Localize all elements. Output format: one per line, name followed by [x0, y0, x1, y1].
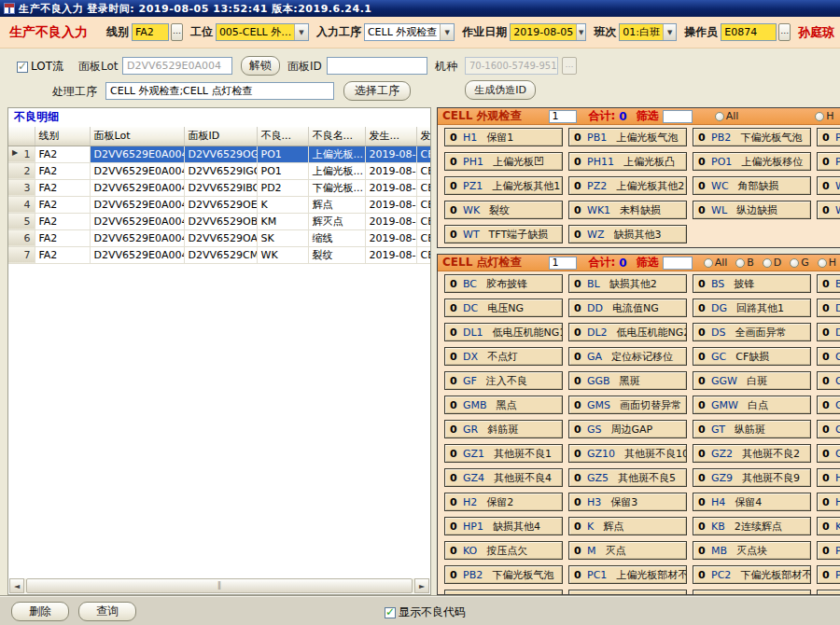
filter-radio[interactable]: G — [790, 257, 809, 269]
defect-button[interactable]: 0G — [817, 396, 840, 414]
table-row[interactable]: 2FA2D2VV6529E0A004D2VV6529IGCPO1上偏光板...2… — [8, 162, 431, 179]
defect-button[interactable]: 0G — [817, 347, 840, 366]
defect-button[interactable]: 0G — [817, 371, 840, 390]
delete-button[interactable]: 删除 — [11, 602, 69, 621]
defect-button[interactable]: 0GZ5其他斑不良5 — [568, 468, 687, 487]
defect-button[interactable]: 0WZ缺损其他3 — [568, 225, 687, 243]
defect-button[interactable]: 0H1保留1 — [444, 128, 563, 146]
defect-button[interactable]: 0PH1上偏光板凹 — [444, 152, 563, 171]
defect-button[interactable]: 0PC2下偏光板部材不良 — [693, 565, 811, 584]
defect-button[interactable]: 0PZ1上偏光板其他1 — [444, 176, 563, 195]
work-date-combo[interactable]: 2019-08-05 ▼ — [510, 23, 586, 41]
defect-button[interactable]: 0WC角部缺损 — [693, 176, 811, 195]
defect-button[interactable]: 0PO1上偏光板移位 — [693, 152, 811, 171]
defect-button[interactable]: 0P — [817, 565, 840, 584]
defect-button[interactable]: 0KB2连续辉点 — [693, 517, 811, 535]
radio-icon[interactable] — [763, 258, 772, 268]
filter-radio[interactable]: D — [763, 257, 781, 269]
defect-button[interactable]: 0H — [817, 493, 840, 511]
station-combo[interactable]: 005-CELL 外… ▼ — [216, 23, 309, 41]
query-button[interactable]: 查询 — [78, 602, 136, 621]
filter-radio[interactable]: All — [715, 110, 739, 122]
row-header[interactable]: 4 — [8, 196, 35, 213]
generate-fake-id-button[interactable]: 生成伪造ID — [465, 80, 536, 100]
defect-button[interactable]: 0GZ2其他斑不良2 — [693, 444, 811, 463]
defect-button[interactable]: 0K — [817, 517, 840, 535]
grid-column-header[interactable]: 不良... — [257, 127, 308, 146]
defect-button[interactable]: 0PZ2上偏光板其他2 — [568, 176, 687, 195]
radio-icon[interactable] — [704, 258, 713, 268]
defect-button[interactable]: 0GMS画面切替异常 — [568, 396, 687, 414]
defect-button[interactable]: 0DL2低电压机能NG2 — [568, 323, 687, 341]
defect-button[interactable]: 0GR斜筋斑 — [444, 420, 563, 438]
table-row[interactable]: 6FA2D2VV6529E0A004D2VV6529OACSK缩线2019-08… — [8, 229, 431, 246]
radio-icon[interactable] — [735, 258, 745, 268]
chevron-down-icon[interactable]: ▼ — [576, 24, 585, 40]
scroll-right-icon[interactable]: ► — [414, 578, 429, 593]
radio-icon[interactable] — [818, 258, 827, 268]
defect-button[interactable]: 0PB2下偏光板气泡 — [693, 128, 811, 146]
table-row[interactable]: 7FA2D2VV6529E0A004D2VV6529CMBWK裂纹2019-08… — [8, 246, 431, 263]
defect-button[interactable]: 0P — [817, 128, 840, 146]
operator-browse-button[interactable]: … — [778, 23, 791, 41]
scroll-left-icon[interactable]: ◄ — [9, 578, 24, 593]
scrollbar-thumb[interactable] — [26, 578, 413, 593]
defect-button[interactable]: 0GZ4其他斑不良4 — [444, 468, 563, 487]
defect-button[interactable]: 0H4保留4 — [693, 493, 811, 511]
row-header[interactable]: 3 — [8, 179, 35, 196]
defect-button[interactable]: 0D — [817, 323, 840, 341]
defect-button[interactable]: 0DS全画面异常 — [693, 323, 811, 341]
defect-button[interactable]: 0GA定位标记移位 — [568, 347, 687, 366]
filter-input[interactable] — [663, 110, 693, 123]
defect-button[interactable]: 0H2保留2 — [444, 493, 563, 511]
defect-button[interactable]: 0BS披锋 — [693, 274, 811, 293]
table-row[interactable]: 3FA2D2VV6529E0A004D2VV6529IBCPD2下偏光板...2… — [8, 179, 431, 196]
defect-button[interactable]: 0MB灭点块 — [693, 541, 811, 560]
radio-icon[interactable] — [715, 112, 724, 121]
defect-button[interactable]: 0BC胶布披锋 — [444, 274, 563, 293]
table-row[interactable]: 5FA2D2VV6529E0A004D2VV6529OBDKM辉灭点2019-0… — [8, 213, 431, 229]
grid-column-header[interactable]: 不良名... — [308, 127, 365, 146]
defect-button[interactable]: 0P — [817, 541, 840, 560]
defect-button[interactable]: 0WTTFT端子缺损 — [444, 225, 563, 243]
defect-button[interactable]: 0PH11上偏光板凸 — [568, 152, 687, 171]
defect-button[interactable]: 0GZ9其他斑不良9 — [693, 468, 811, 487]
defect-button[interactable]: 0BL缺损其他2 — [568, 274, 687, 293]
defect-button[interactable]: 0PB1上偏光板气泡 — [568, 128, 687, 146]
handle-process-input[interactable]: CELL 外观检查;CELL 点灯检查 — [105, 82, 334, 100]
defect-button[interactable]: 0GCCF缺损 — [693, 347, 811, 366]
defect-button[interactable]: 0DX不点灯 — [444, 347, 563, 366]
defect-button[interactable]: 0GT纵筋斑 — [693, 420, 811, 438]
defect-button[interactable]: 0GGB黑斑 — [568, 371, 687, 390]
horizontal-scrollbar[interactable]: ◄ ► — [9, 578, 429, 593]
process-combo[interactable]: CELL 外观检查 ▼ — [364, 23, 455, 41]
filter-input[interactable] — [663, 257, 693, 270]
operator-field[interactable]: E0874 — [721, 23, 777, 41]
filter-radio[interactable]: All — [704, 257, 728, 269]
filter-radio[interactable]: H — [815, 110, 833, 122]
table-row[interactable]: ▶1FA2D2VV6529E0A004D2VV6529OGDPO1上偏光板...… — [8, 146, 431, 162]
defect-button[interactable]: 0H3保留3 — [568, 493, 687, 511]
defect-button[interactable]: 0PC1上偏光板部材不良 — [568, 565, 687, 584]
panel-count-input[interactable] — [549, 110, 577, 123]
defect-button[interactable]: 0M灭点 — [568, 541, 687, 560]
defect-button[interactable]: 0WL纵边缺损 — [693, 201, 811, 219]
grid-column-header[interactable]: 面板Lot — [90, 127, 184, 146]
defect-button[interactable]: 0W — [817, 176, 840, 195]
grid-column-header[interactable]: 发生 — [416, 127, 431, 146]
row-header[interactable]: 5 — [8, 213, 35, 229]
row-header[interactable]: 7 — [8, 246, 35, 263]
filter-radio[interactable]: B — [735, 257, 754, 269]
defect-button[interactable]: 0WK1未料缺损 — [568, 201, 687, 219]
shift-combo[interactable]: 01:白班 ▼ — [619, 23, 677, 41]
row-header[interactable]: ▶1 — [8, 146, 35, 162]
defect-button[interactable]: 0DD电流值NG — [568, 299, 687, 317]
defect-button[interactable]: 0GZ10其他斑不良10 — [568, 444, 687, 463]
defect-button[interactable]: 0GMB黑点 — [444, 396, 563, 414]
defect-button[interactable]: 0G — [817, 444, 840, 463]
row-header[interactable]: 2 — [8, 162, 35, 179]
radio-icon[interactable] — [790, 258, 799, 268]
line-browse-button[interactable]: … — [171, 23, 183, 41]
defect-button[interactable]: 0GS周边GAP — [568, 420, 687, 438]
defect-button[interactable]: 0HP1缺损其他4 — [444, 517, 563, 535]
